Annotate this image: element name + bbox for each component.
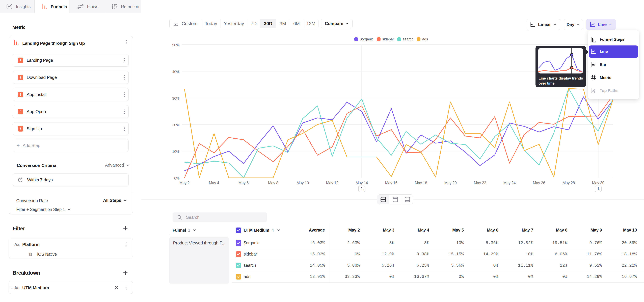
svg-text:May 4: May 4 <box>209 181 219 185</box>
svg-text:May 8: May 8 <box>268 181 278 185</box>
svg-text:May 2: May 2 <box>179 181 190 185</box>
svg-text:May 28: May 28 <box>562 181 575 185</box>
svg-text:May 18: May 18 <box>415 181 427 185</box>
svg-text:1: 1 <box>597 186 600 191</box>
svg-text:50%: 50% <box>172 43 180 47</box>
svg-text:May 30: May 30 <box>592 181 604 185</box>
svg-text:40%: 40% <box>172 70 180 74</box>
svg-text:May 12: May 12 <box>326 181 338 185</box>
svg-text:May 6: May 6 <box>238 181 248 185</box>
svg-text:May 24: May 24 <box>503 181 516 185</box>
svg-text:May 10: May 10 <box>296 181 309 185</box>
svg-text:May 22: May 22 <box>474 181 486 185</box>
svg-text:1: 1 <box>360 186 363 191</box>
svg-text:10%: 10% <box>172 150 180 154</box>
svg-text:20%: 20% <box>172 123 180 127</box>
svg-text:May 26: May 26 <box>533 181 545 185</box>
svg-text:May 16: May 16 <box>385 181 398 185</box>
svg-text:30%: 30% <box>172 96 180 100</box>
svg-text:May 14: May 14 <box>356 181 368 185</box>
svg-text:0%: 0% <box>174 176 180 180</box>
svg-text:May 20: May 20 <box>444 181 457 185</box>
